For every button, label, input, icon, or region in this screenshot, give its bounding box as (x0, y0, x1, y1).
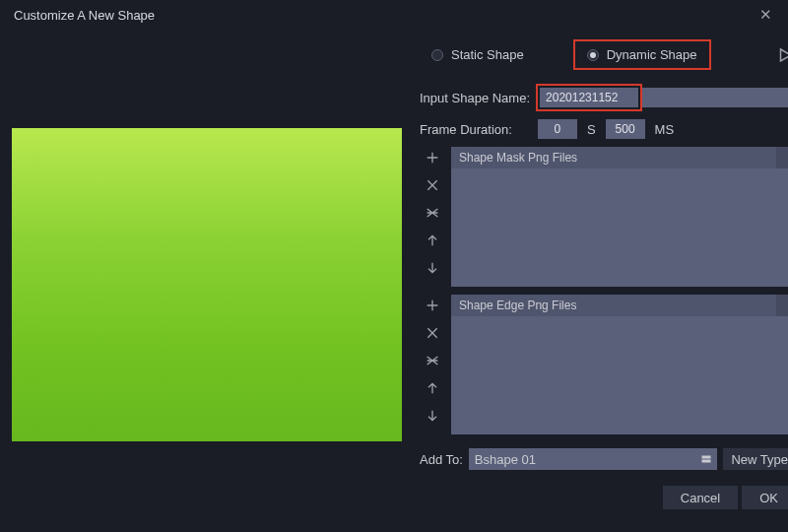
mask-move-up-button[interactable] (422, 230, 443, 251)
play-button[interactable] (774, 44, 788, 66)
mask-move-down-button[interactable] (422, 257, 443, 279)
dropdown-icon (701, 452, 711, 467)
svg-rect-0 (702, 456, 710, 458)
add-to-select[interactable]: Bshape 01 (469, 448, 718, 470)
radio-dot-icon (587, 49, 599, 61)
shape-name-label: Input Shape Name: (420, 91, 530, 105)
mask-files-panel: Shape Mask Png Files (451, 147, 788, 287)
seconds-unit: S (587, 122, 596, 137)
shape-name-input[interactable] (540, 88, 638, 107)
duration-ms-input[interactable] (606, 119, 645, 139)
ms-unit: MS (655, 122, 675, 137)
frame-duration-label: Frame Duration: (420, 122, 512, 137)
shape-name-input-extra[interactable] (642, 88, 788, 107)
edge-files-header: Shape Edge Png Files (451, 295, 788, 316)
edge-clear-button[interactable] (422, 350, 443, 371)
edge-move-up-button[interactable] (422, 377, 443, 399)
cancel-button[interactable]: Cancel (663, 486, 738, 509)
duration-seconds-input[interactable] (538, 119, 577, 139)
window-title: Customize A New Shape (14, 8, 155, 23)
new-type-button[interactable]: New Type (723, 448, 788, 470)
mask-files-list[interactable] (451, 168, 788, 287)
shape-preview (12, 128, 402, 441)
edge-files-list[interactable] (451, 316, 788, 434)
edge-files-panel: Shape Edge Png Files (451, 295, 788, 434)
mask-files-header: Shape Mask Png Files (451, 147, 788, 168)
edge-move-down-button[interactable] (422, 405, 443, 427)
mask-add-button[interactable] (422, 147, 443, 168)
edge-remove-button[interactable] (422, 322, 443, 344)
dynamic-shape-label: Dynamic Shape (607, 47, 697, 62)
mask-clear-button[interactable] (422, 202, 443, 224)
svg-rect-1 (702, 460, 710, 462)
mask-remove-button[interactable] (422, 174, 443, 196)
add-to-value: Bshape 01 (475, 452, 536, 467)
add-to-label: Add To: (420, 452, 463, 467)
close-icon[interactable]: ✕ (754, 4, 778, 26)
static-shape-radio[interactable]: Static Shape (422, 43, 534, 66)
edge-add-button[interactable] (422, 295, 443, 316)
static-shape-label: Static Shape (451, 47, 524, 62)
radio-dot-icon (431, 49, 443, 61)
ok-button[interactable]: OK (742, 486, 788, 509)
dynamic-shape-radio[interactable]: Dynamic Shape (573, 39, 711, 70)
